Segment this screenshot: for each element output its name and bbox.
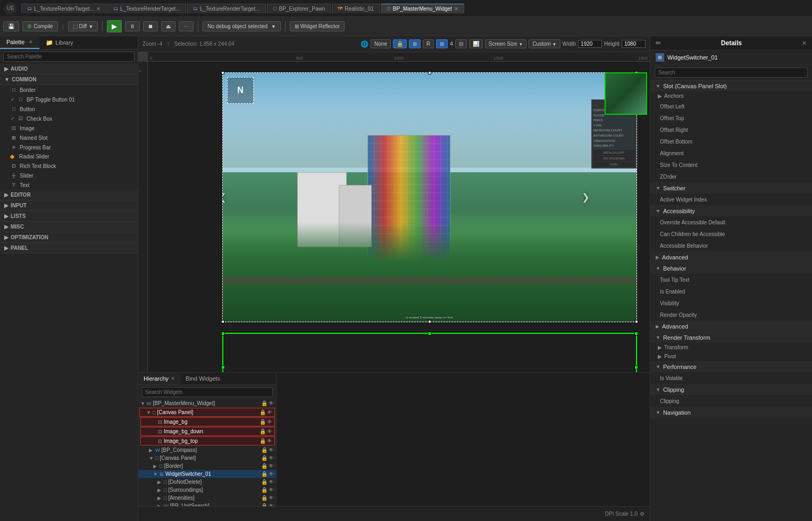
palette-tab[interactable]: Palette ✕ [0,36,39,49]
stats-btn[interactable]: 📊 [469,39,483,48]
hier-item-canvaspanel2[interactable]: ▼ □ [Canvas Panel] 🔒 👁 [138,454,276,462]
palette-item-image[interactable]: ⊡ Image [0,123,138,133]
palette-item-checkbox[interactable]: ✓ ☑ Check Box [0,114,138,123]
section-performance-header[interactable]: ▼ Performance [650,362,812,372]
section-advanced-2-header[interactable]: ▶ Advanced [650,321,812,332]
hier-item-imagebg[interactable]: ⊡ Image_bg 🔒 👁 [140,417,275,426]
hier-item-border[interactable]: ▶ □ [Border] 🔒 👁 [138,462,276,470]
none-button[interactable]: None [371,39,391,48]
editor-expand-arrow: ▶ [4,192,9,198]
custom-btn[interactable]: Custom ▼ [529,39,560,48]
anchors-label: Anchors [664,93,684,99]
tab-0[interactable]: 🗂 L_TextureRenderTarget... ✕ [21,4,106,13]
category-lists[interactable]: ▶ LISTS [0,211,138,222]
tab-2[interactable]: 🗂 L_TextureRenderTarget... [187,4,266,13]
category-misc[interactable]: ▶ MISC [0,222,138,232]
hier-item-compass[interactable]: ▶ W [BP_Compass] 🔒 👁 [138,446,276,454]
screen-size-btn[interactable]: Screen Size ▼ [485,39,527,48]
hier-label-compass: [BP_Compass] [162,447,197,453]
pause-button[interactable]: ⏸ [125,21,140,31]
palette-item-slider[interactable]: ┼ Slider [0,171,138,180]
category-common[interactable]: ▼ COMMON [0,74,138,85]
clipping-expand-arrow: ▼ [656,387,660,392]
hierarchy-search-input[interactable] [141,387,273,397]
category-audio[interactable]: ▶ AUDIO [0,64,138,74]
palette-item-button[interactable]: □ Button [0,104,138,114]
section-accessibility-header[interactable]: ▼ Accessibility [650,206,812,216]
section-clipping-header[interactable]: ▼ Clipping [650,384,812,395]
section-behavior-header[interactable]: ▼ Behavior [650,263,812,274]
section-navigation-header[interactable]: ▼ Navigation [650,407,812,418]
canvas-main[interactable]: 0500100015001950 05001000 [138,52,650,372]
hierarchy-tab[interactable]: Hierarchy ✕ [138,373,180,384]
palette-item-radialslider[interactable]: Radial Slider [0,152,138,161]
stop-button[interactable]: ⏹ [143,21,158,31]
grid-icon-btn[interactable]: ⊟ [455,39,467,48]
section-switcher-header[interactable]: ▼ Switcher [650,183,812,194]
tab-3[interactable]: ⬡ BP_Explorer_Pawn [267,4,331,13]
lock-button[interactable]: 🔒 [393,39,407,48]
tab-5-close[interactable]: ✕ [454,6,458,12]
bind-widgets-tab[interactable]: Bind Widgets [180,373,225,384]
hier-arrow-0: ▼ [140,401,146,406]
settings-icon[interactable]: ⚙ [640,511,644,517]
tab-4[interactable]: 🗺 Realistic_01 [332,4,379,13]
hier-item-imagebgtop[interactable]: ⊡ Image_bg_top 🔒 👁 [140,436,275,446]
eject-button[interactable]: ⏏ [161,21,175,31]
tab-5[interactable]: ⊡ BP_MasterMenu_Widget ✕ [381,4,464,13]
hier-item-widgetswitcher[interactable]: ▼ ⊞ WidgetSwitcher_01 🔒 👁 [138,470,276,478]
palette-tab-close[interactable]: ✕ [29,39,33,45]
tab-0-close[interactable]: ✕ [96,6,101,12]
width-input[interactable] [578,40,602,48]
grid-button[interactable]: ⊞ [436,39,448,48]
hier-item-imagebgdown[interactable]: ⊡ Image_bg_down 🔒 👁 [140,427,275,436]
hier-eye-imagebgtop: 👁 [267,438,272,444]
hier-item-canvas[interactable]: ▼ □ [Canvas Panel] 🔒 👁 [139,408,275,417]
palette-item-border[interactable]: □ Border [0,85,138,95]
hier-eye-imagebgdown: 👁 [267,428,272,434]
palette-item-bptoggle[interactable]: ✓ □ BP Toggle Button 01 [0,95,138,104]
category-editor[interactable]: ▶ EDITOR [0,190,138,200]
palette-item-text[interactable]: T Text [0,180,138,190]
section-render-transform-header[interactable]: ▼ Render Transform [650,332,812,343]
hier-item-surroundings[interactable]: ▶ □ [Surroundings] 🔒 👁 [138,486,276,494]
misc-expand-arrow: ▶ [4,224,9,230]
details-search-input[interactable] [655,68,808,78]
save-button[interactable]: 💾 [3,21,19,31]
hierarchy-tab-close[interactable]: ✕ [171,376,175,381]
category-panel[interactable]: ▶ PANEL [0,243,138,254]
viewport-content-area[interactable]: N TITLE SURFACEFLOORPRICETYPEBEDROOM COU… [148,62,650,372]
palette-item-progressbar[interactable]: ≡ Progress Bar [0,142,138,152]
transform-label: Transform [664,344,688,350]
section-advanced-2-label: Advanced [662,323,688,330]
details-close-icon[interactable]: ✕ [802,40,807,47]
details-header: ✏ Details ✕ [650,36,812,51]
library-tab[interactable]: 📁 Library [39,36,80,49]
hier-item-donotdelete[interactable]: ▶ □ [DoNotDelete] 🔒 👁 [138,478,276,486]
widget-reflector-button[interactable]: ⊞ Widget Reflector [290,21,345,31]
height-input[interactable] [622,40,646,48]
section-slot-header[interactable]: ▼ Slot (Canvas Panel Slot) [650,81,812,91]
anchors-row[interactable]: ▶ Anchors [650,91,812,100]
border-icon: □ [11,87,17,93]
grid-lock-button[interactable]: ⊞ [409,39,421,48]
height-label: Height [604,41,620,47]
r-button[interactable]: R [423,39,434,48]
compile-button[interactable]: ⚙ Compile [22,21,58,31]
palette-search-input[interactable] [3,52,135,62]
hier-item-amenities[interactable]: ▶ □ [Amenities] 🔒 👁 [138,494,276,502]
more-button[interactable]: ⋯ [179,21,194,31]
transform-row[interactable]: ▶ Transform [650,343,812,352]
performance-expand-arrow: ▼ [656,364,660,369]
play-button[interactable]: ▶ [107,20,122,32]
hier-item-0[interactable]: ▼ W [BP_MasterMenu_Widget] 🔒 👁 [138,399,276,407]
tab-1[interactable]: 🗂 L_TextureRenderTarget... [107,4,186,13]
palette-item-richtextblock[interactable]: ⊡ Rich Text Block [0,161,138,171]
category-optimization[interactable]: ▶ OPTIMIZATION [0,232,138,243]
section-advanced-1-header[interactable]: ▶ Advanced [650,252,812,263]
debug-select[interactable]: No debug object selected ▼ [203,21,281,31]
pivot-row[interactable]: ▶ Pivot [650,352,812,361]
diff-button[interactable]: ⬚ Diff ▼ [68,21,98,31]
palette-item-namedslot[interactable]: ⊞ Named Slot [0,133,138,142]
category-input[interactable]: ▶ INPUT [0,200,138,211]
